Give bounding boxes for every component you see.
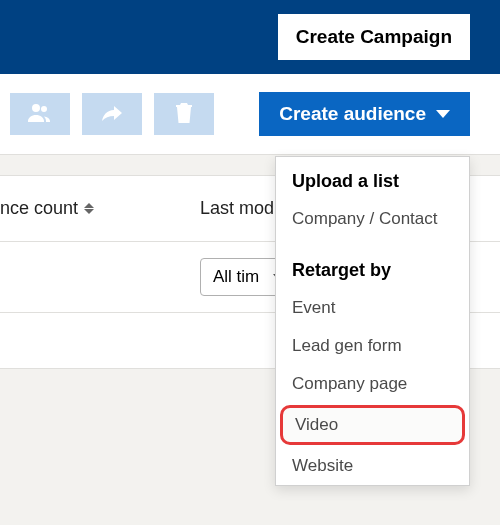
chevron-down-icon bbox=[436, 110, 450, 118]
delete-icon-button[interactable] bbox=[154, 93, 214, 135]
create-audience-button[interactable]: Create audience bbox=[259, 92, 470, 136]
dropdown-item-event[interactable]: Event bbox=[276, 289, 469, 327]
dropdown-item-company-contact[interactable]: Company / Contact bbox=[276, 200, 469, 238]
audience-icon-button[interactable] bbox=[10, 93, 70, 135]
share-icon-button[interactable] bbox=[82, 93, 142, 135]
dropdown-item-lead-gen[interactable]: Lead gen form bbox=[276, 327, 469, 365]
share-icon bbox=[100, 103, 124, 126]
create-audience-dropdown: Upload a list Company / Contact Retarget… bbox=[275, 156, 470, 486]
top-bar: Create Campaign bbox=[0, 0, 500, 74]
people-icon bbox=[28, 103, 52, 126]
dropdown-item-company-page[interactable]: Company page bbox=[276, 365, 469, 403]
column-last-modified[interactable]: Last mod bbox=[170, 198, 274, 219]
dropdown-item-website[interactable]: Website bbox=[276, 447, 469, 485]
trash-icon bbox=[174, 102, 194, 127]
create-audience-label: Create audience bbox=[279, 103, 426, 125]
dropdown-section-upload: Upload a list bbox=[276, 157, 469, 200]
create-campaign-button[interactable]: Create Campaign bbox=[278, 14, 470, 60]
toolbar: Create audience bbox=[0, 74, 500, 155]
sort-icon bbox=[84, 203, 94, 214]
dropdown-section-retarget: Retarget by bbox=[276, 246, 469, 289]
dropdown-item-video[interactable]: Video bbox=[280, 405, 465, 445]
column-audience-count[interactable]: nce count bbox=[0, 198, 170, 219]
